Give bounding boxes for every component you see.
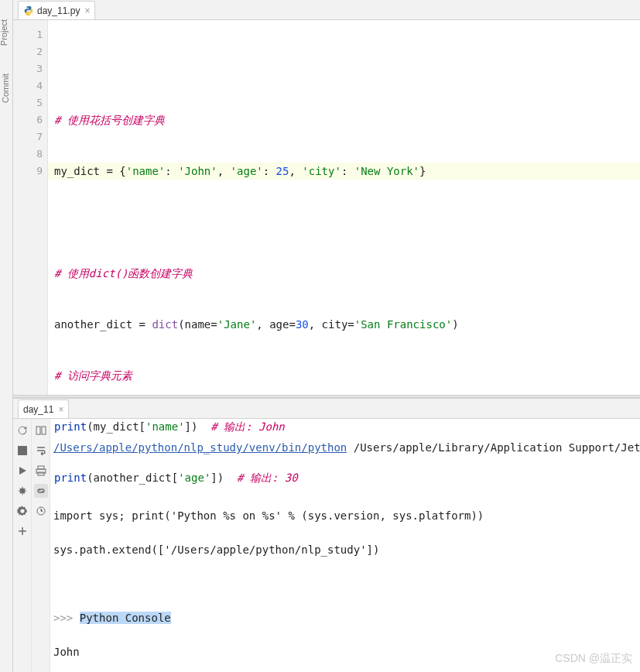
console-toolbar-secondary — [32, 419, 50, 672]
python-file-icon — [23, 5, 34, 16]
rerun-button[interactable] — [15, 423, 29, 437]
svg-rect-0 — [18, 446, 27, 455]
settings-button[interactable] — [15, 504, 29, 518]
history-button[interactable] — [34, 504, 48, 518]
close-icon[interactable]: × — [84, 5, 90, 16]
tab-label: day_11.py — [37, 5, 80, 16]
console-toolbar-primary — [13, 419, 32, 672]
run-button[interactable] — [15, 464, 29, 478]
stop-button[interactable] — [15, 444, 29, 458]
editor-area: 1 2 3 4 5 6 7 8 9 # 使用花括号创建字典 my_dict = … — [13, 20, 640, 395]
watermark: CSDN @温正实 — [555, 652, 632, 666]
tab-day-11-py[interactable]: day_11.py × — [18, 1, 95, 19]
gutter: 1 2 3 4 5 6 7 8 9 — [13, 20, 48, 395]
tab-label: day_11 — [23, 404, 53, 415]
soft-wrap-button[interactable] — [34, 444, 48, 458]
rail-label-project[interactable]: Project — [0, 19, 9, 46]
console-label: Python Console — [80, 612, 171, 624]
svg-rect-4 — [38, 466, 44, 469]
svg-rect-2 — [36, 427, 40, 434]
rail-label-commit[interactable]: Commit — [1, 74, 10, 103]
prompt-marker: >>> — [53, 612, 73, 624]
editor-tabbar: day_11.py × — [13, 0, 640, 20]
code-editor[interactable]: # 使用花括号创建字典 my_dict = {'name': 'John', '… — [48, 20, 640, 395]
output-line: John — [53, 646, 80, 658]
svg-rect-3 — [42, 427, 46, 434]
link-button[interactable] — [34, 484, 48, 498]
debug-button[interactable] — [15, 484, 29, 498]
print-button[interactable] — [34, 464, 48, 478]
left-tool-rail[interactable]: Project Commit — [0, 0, 13, 672]
add-button[interactable] — [15, 524, 29, 538]
toggle-layout-button[interactable] — [34, 423, 48, 437]
